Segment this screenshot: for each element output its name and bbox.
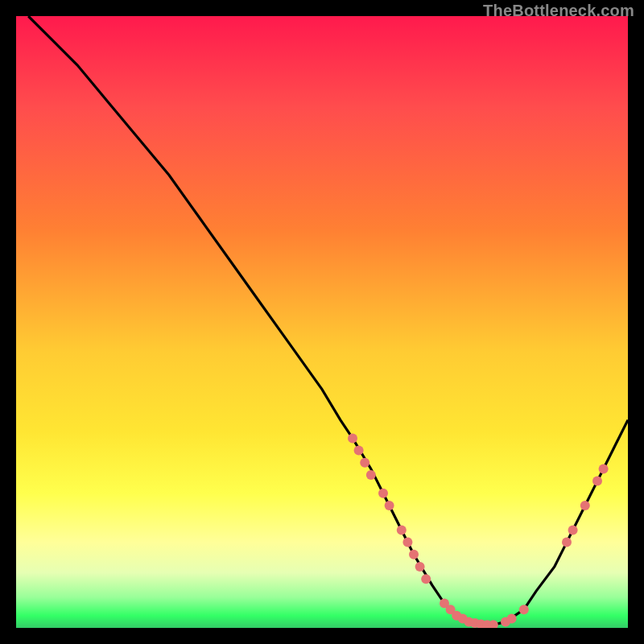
data-marker xyxy=(519,605,529,614)
data-marker xyxy=(385,501,394,510)
data-marker xyxy=(562,538,572,547)
data-marker xyxy=(378,489,388,498)
data-marker xyxy=(421,574,431,584)
data-marker xyxy=(348,433,357,443)
data-marker xyxy=(360,458,369,468)
watermark-text: TheBottleneck.com xyxy=(483,2,634,20)
data-marker xyxy=(354,446,364,456)
data-marker xyxy=(366,470,376,480)
data-marker xyxy=(397,525,407,535)
data-marker xyxy=(568,525,578,535)
bottleneck-curve xyxy=(28,16,628,625)
data-marker xyxy=(415,562,425,572)
chart-frame: TheBottleneck.com xyxy=(0,0,644,644)
data-marker xyxy=(507,614,517,624)
data-marker xyxy=(599,464,609,473)
chart-svg xyxy=(16,16,628,628)
data-marker xyxy=(402,538,412,547)
data-marker xyxy=(580,501,590,510)
data-marker xyxy=(409,550,419,559)
marker-group xyxy=(348,433,609,628)
data-marker xyxy=(592,477,602,486)
